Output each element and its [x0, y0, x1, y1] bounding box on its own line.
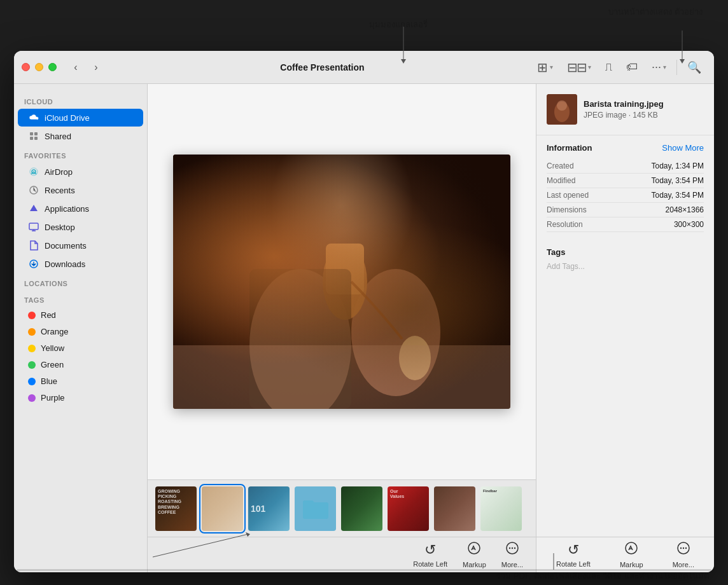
add-tags-placeholder[interactable]: Add Tags... — [547, 262, 704, 271]
thumbnail-3[interactable]: 101 — [248, 486, 290, 531]
svg-point-37 — [685, 547, 687, 549]
rotate-left-icon: ↺ — [424, 542, 436, 558]
sidebar-item-downloads[interactable]: Downloads — [18, 255, 143, 273]
sidebar-section-favorites: Favorites — [14, 146, 147, 162]
svg-rect-9 — [30, 137, 33, 140]
desktop-label: Desktop — [45, 223, 75, 232]
traffic-lights — [22, 63, 57, 71]
tags-title: Tags — [547, 247, 704, 257]
svg-rect-20 — [326, 244, 364, 294]
yellow-tag-label: Yellow — [41, 343, 64, 353]
sidebar-item-tag-green[interactable]: Green — [18, 357, 143, 373]
sidebar-item-tag-yellow[interactable]: Yellow — [18, 340, 143, 356]
coffee-image-svg — [173, 155, 510, 409]
markup-label: Markup — [463, 561, 486, 568]
tag-button[interactable]: 🏷 — [621, 57, 643, 77]
panel-markup-label: Markup — [620, 561, 643, 568]
modified-value: Today, 3:54 PM — [652, 176, 704, 185]
sidebar-section-tags: Tags — [14, 290, 147, 306]
bottom-toolbar: ↺ Rotate Left Markup — [148, 537, 536, 572]
sidebar-item-documents[interactable]: Documents — [18, 237, 143, 254]
sidebar-section-locations: Locations — [14, 273, 147, 290]
more-options-button[interactable]: ··· ▾ — [647, 57, 671, 77]
applications-label: Applications — [45, 204, 89, 214]
thumbnail-2[interactable] — [202, 486, 243, 531]
recents-label: Recents — [45, 186, 75, 195]
modified-label: Modified — [547, 176, 575, 185]
svg-rect-22 — [249, 269, 351, 409]
svg-point-19 — [323, 244, 367, 320]
purple-tag-dot — [28, 394, 36, 402]
panel-markup-button[interactable]: Markup — [620, 541, 643, 568]
desktop-icon — [28, 221, 39, 233]
close-button[interactable] — [22, 63, 30, 71]
info-row-last-opened: Last opened Today, 3:54 PM — [547, 188, 704, 203]
thumbnail-1[interactable]: GROWINGPICKINGROASTINGBREWINGCOFFEE — [155, 486, 197, 531]
svg-point-27 — [509, 547, 510, 549]
sidebar-item-applications[interactable]: Applications — [18, 200, 143, 217]
sidebar-item-shared[interactable]: Shared — [18, 127, 143, 145]
svg-point-29 — [514, 547, 515, 549]
view-chevron-icon: ▾ — [550, 64, 553, 71]
blue-tag-dot — [28, 378, 36, 385]
documents-icon — [28, 240, 39, 251]
minimize-button[interactable] — [35, 63, 43, 71]
info-row-modified: Modified Today, 3:54 PM — [547, 174, 704, 188]
sidebar-item-desktop[interactable]: Desktop — [18, 218, 143, 236]
created-label: Created — [547, 162, 574, 170]
info-title: Information — [547, 143, 592, 153]
window-title: Coffee Presentation — [113, 62, 532, 72]
sidebar-item-tag-orange[interactable]: Orange — [18, 324, 143, 340]
main-preview-image — [173, 155, 510, 409]
view-grid-icon: ⊞ — [537, 60, 548, 75]
info-section: Information Show More Created Today, 1:3… — [536, 135, 714, 240]
sidebar-item-recents[interactable]: Recents — [18, 181, 143, 199]
thumbnail-4[interactable] — [295, 486, 336, 531]
sidebar-item-icloud-drive[interactable]: iCloud Drive — [18, 109, 143, 127]
resolution-value: 300×300 — [674, 220, 704, 229]
panel-more-button[interactable]: More... — [673, 541, 694, 568]
panel-more-icon — [676, 541, 690, 559]
thumbnail-7[interactable] — [434, 486, 475, 531]
rotate-left-button[interactable]: ↺ Rotate Left — [413, 542, 447, 568]
sidebar: iCloud iCloud Drive — [14, 84, 148, 572]
last-opened-value: Today, 3:54 PM — [652, 191, 704, 200]
group-button[interactable]: ⊟⊟ ▾ — [562, 57, 596, 78]
file-main-preview — [148, 84, 536, 479]
red-tag-dot — [28, 312, 36, 319]
thumbnail-5[interactable] — [341, 486, 382, 531]
search-icon: 🔍 — [687, 60, 701, 74]
maximize-button[interactable] — [48, 63, 57, 71]
search-button[interactable]: 🔍 — [682, 57, 706, 78]
recents-icon — [28, 184, 39, 196]
airdrop-label: AirDrop — [45, 167, 73, 177]
last-opened-label: Last opened — [547, 191, 589, 200]
panel-more-label: More... — [673, 561, 694, 568]
yellow-tag-dot — [28, 345, 36, 352]
sidebar-item-tag-red[interactable]: Red — [18, 307, 143, 323]
sidebar-item-airdrop[interactable]: AirDrop — [18, 163, 143, 181]
downloads-icon — [28, 258, 39, 270]
markup-button[interactable]: Markup — [463, 541, 486, 568]
preview-filename: Barista training.jpeg — [584, 99, 704, 110]
more-tools-icon — [505, 541, 519, 559]
sidebar-item-tag-blue[interactable]: Blue — [18, 373, 143, 389]
thumbnail-6[interactable]: OurValues — [388, 486, 429, 531]
toolbar-right: ⊞ ▾ ⊟⊟ ▾ ⎍ 🏷 ··· ▾ — [532, 57, 706, 78]
finder-window: ‹ › Coffee Presentation ⊞ ▾ ⊟⊟ ▾ ⎍ — [14, 51, 714, 572]
more-tools-button[interactable]: More... — [501, 541, 523, 568]
svg-point-32 — [557, 100, 567, 111]
forward-button[interactable]: › — [87, 59, 105, 76]
created-value: Today, 1:34 PM — [652, 162, 704, 170]
panel-rotate-left-button[interactable]: ↺ Rotate Left — [556, 542, 591, 568]
share-button[interactable]: ⎍ — [600, 57, 617, 77]
thumbnail-8[interactable]: Findbar — [480, 486, 522, 531]
toolbar-divider — [676, 60, 677, 75]
view-toggle-button[interactable]: ⊞ ▾ — [532, 57, 558, 78]
more-chevron-icon: ▾ — [663, 64, 666, 71]
sidebar-item-tag-purple[interactable]: Purple — [18, 390, 143, 406]
preview-file-info: Barista training.jpeg JPEG image · 145 K… — [584, 99, 704, 120]
back-button[interactable]: ‹ — [67, 59, 85, 76]
svg-rect-10 — [34, 137, 38, 140]
show-more-button[interactable]: Show More — [662, 143, 704, 153]
